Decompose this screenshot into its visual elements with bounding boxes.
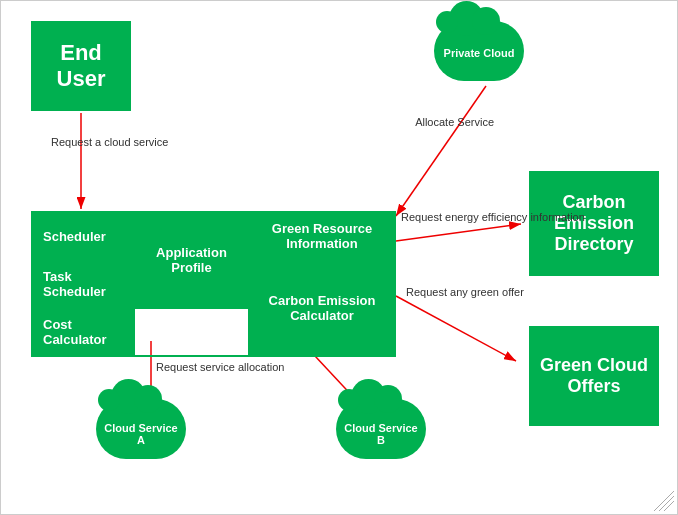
cost-calculator-cell: Cost Calculator [32, 308, 134, 356]
svg-line-7 [654, 491, 674, 511]
svg-line-3 [396, 224, 521, 241]
private-cloud-label: Private Cloud [439, 47, 519, 59]
green-resource-cell: Green Resource Information [249, 212, 395, 260]
scheduler-cell: Scheduler [32, 212, 134, 260]
scheduler-table: Scheduler Application Profile Green Reso… [31, 211, 396, 357]
green-offers-label: Green Cloud Offers [536, 355, 652, 397]
carbon-dir-label: Carbon Emission Directory [536, 192, 652, 255]
svg-line-9 [664, 501, 674, 511]
diagonal-decoration [654, 491, 674, 511]
cloud-b-label: Cloud Service B [341, 422, 421, 446]
cloud-a-label: Cloud Service A [101, 422, 181, 446]
cloud-service-a: Cloud Service A [96, 399, 186, 459]
cloud-service-b: Cloud Service B [336, 399, 426, 459]
diagram-container: End User Carbon Emission Directory Green… [1, 1, 678, 515]
request-green-offer-label: Request any green offer [406, 286, 524, 298]
request-cloud-label: Request a cloud service [51, 136, 168, 148]
request-service-allocation-label: Request service allocation [156, 361, 284, 373]
private-cloud: Private Cloud [434, 21, 524, 81]
green-cloud-offers-box: Green Cloud Offers [529, 326, 659, 426]
request-energy-label: Request energy efficiency information [401, 211, 585, 223]
svg-line-4 [396, 296, 516, 361]
task-scheduler-cell: Task Scheduler [32, 260, 134, 308]
end-user-label: End User [33, 40, 129, 92]
carbon-emission-calc-cell: Carbon Emission Calculator [249, 260, 395, 356]
end-user-box: End User [31, 21, 131, 111]
app-profile-cell: Application Profile [134, 212, 249, 308]
svg-line-2 [396, 86, 486, 216]
carbon-emission-directory-box: Carbon Emission Directory [529, 171, 659, 276]
allocate-service-label: Allocate Service [415, 116, 494, 128]
